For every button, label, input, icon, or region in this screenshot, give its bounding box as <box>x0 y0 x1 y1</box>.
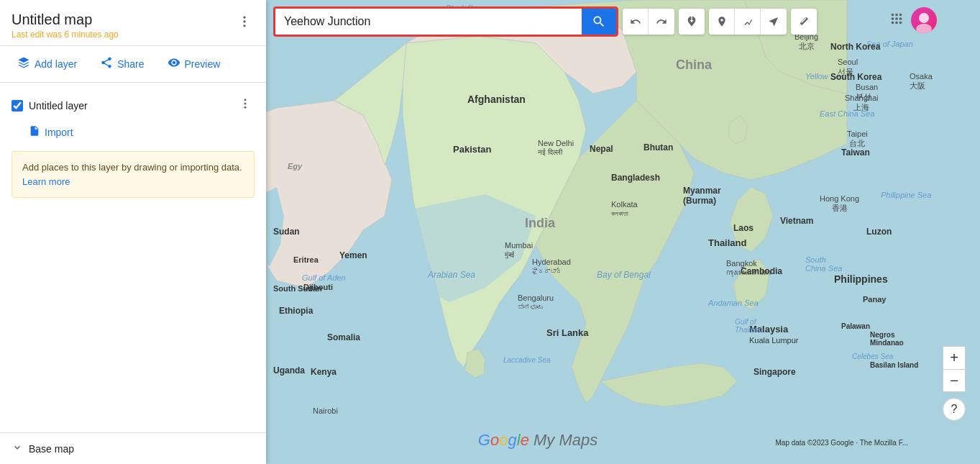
chevron-down-icon <box>12 442 23 455</box>
zoom-in-button[interactable]: + <box>943 346 966 369</box>
layer-checkbox[interactable] <box>12 100 23 112</box>
base-map-section[interactable]: Base map <box>0 432 266 464</box>
svg-point-1 <box>243 17 245 19</box>
scale-bar: Map data ©2023 Google · The Mozilla F... <box>775 435 908 450</box>
measure-button[interactable] <box>791 9 817 35</box>
tool-group-nav <box>623 9 674 35</box>
info-box: Add places to this layer by drawing or i… <box>12 151 255 198</box>
import-icon <box>29 125 40 140</box>
add-layer-label: Add layer <box>35 58 77 70</box>
undo-button[interactable] <box>623 9 649 35</box>
layers-section: Untitled layer Import Add places to this… <box>0 83 266 432</box>
last-edited: Last edit was 6 minutes ago <box>12 29 234 40</box>
sidebar-header: Untitled map Last edit was 6 minutes ago <box>0 0 266 46</box>
sidebar-actions: Add layer Share Preview <box>0 46 266 83</box>
top-toolbar <box>266 0 980 43</box>
add-layer-button[interactable]: Add layer <box>12 53 83 75</box>
map-more-button[interactable] <box>234 12 255 32</box>
import-row[interactable]: Import <box>0 122 266 145</box>
svg-point-8 <box>919 13 929 23</box>
sidebar: Untitled map Last edit was 6 minutes ago… <box>0 0 266 464</box>
layer-left: Untitled layer <box>12 100 88 112</box>
preview-label: Preview <box>185 58 221 70</box>
tool-group-measure <box>791 9 817 35</box>
share-label: Share <box>117 58 144 70</box>
svg-point-4 <box>244 99 247 101</box>
user-avatar[interactable] <box>911 7 937 33</box>
map-title: Untitled map <box>12 12 234 28</box>
zoom-controls: + − <box>943 346 966 392</box>
svg-point-6 <box>244 106 247 109</box>
redo-button[interactable] <box>649 9 674 35</box>
info-text: Add places to this layer by drawing or i… <box>22 162 242 173</box>
svg-point-5 <box>244 103 247 105</box>
svg-point-3 <box>243 24 245 27</box>
svg-point-2 <box>243 20 245 22</box>
layer-more-button[interactable] <box>236 94 255 117</box>
polygon-button[interactable] <box>735 9 761 35</box>
tool-group-hand <box>679 9 705 35</box>
learn-more-link[interactable]: Learn more <box>22 176 70 187</box>
search-button[interactable] <box>582 9 616 35</box>
preview-button[interactable]: Preview <box>162 53 226 75</box>
preview-icon <box>168 56 180 72</box>
hand-tool-button[interactable] <box>679 9 705 35</box>
tool-group-draw <box>709 9 787 35</box>
add-layer-icon <box>17 56 30 72</box>
title-area: Untitled map Last edit was 6 minutes ago <box>12 12 234 40</box>
share-icon <box>100 56 113 72</box>
pin-button[interactable] <box>709 9 735 35</box>
search-input[interactable] <box>275 15 582 28</box>
search-container <box>273 6 618 37</box>
layer-name: Untitled layer <box>29 100 88 112</box>
zoom-out-button[interactable]: − <box>943 369 966 392</box>
route-button[interactable] <box>761 9 787 35</box>
import-label: Import <box>45 127 73 138</box>
base-map-label: Base map <box>29 443 74 455</box>
untitled-layer-row: Untitled layer <box>0 88 266 122</box>
share-button[interactable]: Share <box>94 53 150 75</box>
help-button[interactable]: ? <box>943 398 966 421</box>
grid-button[interactable] <box>887 9 907 29</box>
